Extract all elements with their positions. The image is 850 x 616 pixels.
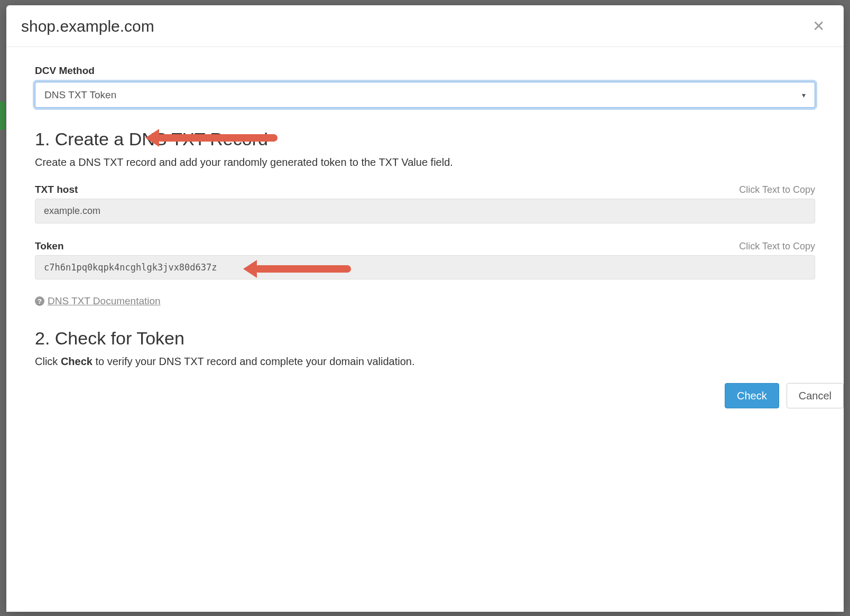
dns-txt-documentation-link[interactable]: ? DNS TXT Documentation (35, 295, 161, 307)
cancel-button[interactable]: Cancel (787, 383, 844, 408)
background-green-sliver (0, 101, 5, 130)
step2-desc-strong: Check (61, 356, 93, 367)
step2-desc-post: to verify your DNS TXT record and comple… (93, 356, 415, 367)
dcv-method-label: DCV Method (35, 65, 815, 77)
help-icon: ? (35, 296, 44, 306)
close-icon: ✕ (812, 18, 825, 34)
step2-desc-pre: Click (35, 356, 61, 367)
token-copy-hint[interactable]: Click Text to Copy (739, 241, 815, 252)
modal-header: shop.example.com ✕ (6, 5, 844, 47)
token-block: Token Click Text to Copy c7h6n1pq0kqpk4n… (35, 240, 815, 279)
step1-description: Create a DNS TXT record and add your ran… (35, 155, 815, 170)
token-label: Token (35, 240, 64, 252)
token-value[interactable]: c7h6n1pq0kqpk4ncghlgk3jvx80d637z (35, 255, 815, 279)
txt-host-label: TXT host (35, 184, 78, 195)
modal-footer: Check Cancel (6, 383, 844, 408)
step2-heading: 2. Check for Token (35, 327, 815, 350)
dcv-method-select-wrap: DNS TXT Token ▾ (35, 82, 815, 108)
dcv-method-select[interactable]: DNS TXT Token (35, 82, 815, 108)
txt-host-block: TXT host Click Text to Copy example.com (35, 184, 815, 223)
close-button[interactable]: ✕ (810, 19, 827, 34)
dns-txt-documentation-label: DNS TXT Documentation (48, 295, 161, 307)
dcv-modal: shop.example.com ✕ DCV Method DNS TXT To… (6, 5, 844, 612)
modal-title: shop.example.com (21, 17, 154, 36)
step2-description: Click Check to verify your DNS TXT recor… (35, 354, 815, 369)
txt-host-value[interactable]: example.com (35, 199, 815, 223)
txt-host-copy-hint[interactable]: Click Text to Copy (739, 184, 815, 195)
step1-heading: 1. Create a DNS TXT Record (35, 128, 815, 151)
check-button[interactable]: Check (725, 383, 779, 408)
modal-body: DCV Method DNS TXT Token ▾ 1. Create a D… (6, 47, 844, 369)
